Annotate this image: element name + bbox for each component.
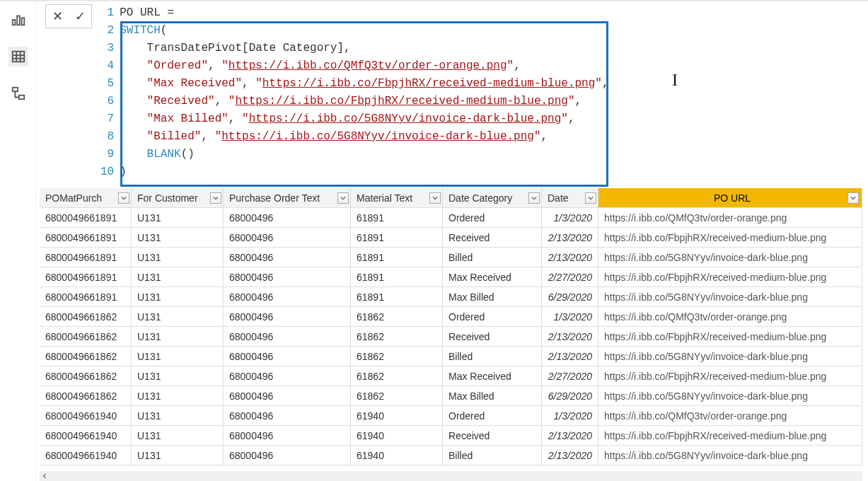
table-cell[interactable]: U131 [132, 248, 224, 267]
code-line[interactable]: "Ordered", "https://i.ibb.co/QMfQ3tv/ord… [120, 57, 608, 75]
table-cell[interactable]: 6/29/2020 [542, 386, 598, 405]
table-cell[interactable]: U131 [132, 267, 224, 286]
table-cell[interactable]: 68000496 [224, 267, 351, 286]
table-cell[interactable]: 68000496 [224, 307, 351, 326]
table-cell[interactable]: U131 [132, 208, 224, 227]
table-cell[interactable]: Ordered [443, 307, 542, 326]
scroll-left-arrow-icon[interactable] [40, 471, 50, 481]
table-cell[interactable]: 1/3/2020 [542, 406, 598, 425]
table-cell[interactable]: https://i.ibb.co/5G8NYyv/invoice-dark-bl… [598, 386, 862, 405]
table-cell[interactable]: Billed [443, 446, 542, 465]
table-cell[interactable]: https://i.ibb.co/5G8NYyv/invoice-dark-bl… [598, 446, 862, 465]
table-cell[interactable]: 6/29/2020 [542, 287, 598, 306]
table-row[interactable]: 6800049661940U1316800049661940Ordered1/3… [40, 406, 862, 426]
table-cell[interactable]: https://i.ibb.co/5G8NYyv/invoice-dark-bl… [598, 248, 862, 267]
table-cell[interactable]: Received [443, 327, 542, 346]
table-cell[interactable]: 6800049661891 [40, 208, 132, 227]
table-cell[interactable]: 61940 [351, 446, 443, 465]
table-cell[interactable]: 68000496 [224, 228, 351, 247]
table-row[interactable]: 6800049661862U1316800049661862Ordered1/3… [40, 307, 862, 327]
table-cell[interactable]: 2/13/2020 [542, 327, 598, 346]
code-line[interactable]: "Max Received", "https://i.ibb.co/FbpjhR… [120, 75, 608, 93]
table-cell[interactable]: Max Billed [443, 386, 542, 405]
table-cell[interactable]: 68000496 [224, 366, 351, 386]
table-cell[interactable]: 61862 [351, 307, 443, 326]
table-cell[interactable]: Ordered [443, 406, 542, 425]
code-line[interactable]: BLANK() [120, 146, 608, 163]
table-cell[interactable]: 6800049661862 [40, 307, 132, 326]
table-cell[interactable]: Max Billed [443, 287, 542, 306]
table-cell[interactable]: 61862 [351, 327, 443, 346]
table-cell[interactable]: https://i.ibb.co/FbpjhRX/received-medium… [598, 327, 862, 346]
table-cell[interactable]: https://i.ibb.co/FbpjhRX/received-medium… [598, 426, 862, 445]
table-cell[interactable]: 6800049661940 [40, 446, 132, 465]
column-header[interactable]: Date Category [443, 188, 542, 207]
table-cell[interactable]: U131 [132, 446, 224, 465]
code-line[interactable]: "Max Billed", "https://i.ibb.co/5G8NYyv/… [120, 110, 608, 128]
table-cell[interactable]: 68000496 [224, 426, 351, 445]
table-cell[interactable]: 68000496 [224, 327, 351, 346]
table-cell[interactable]: 1/3/2020 [542, 307, 598, 326]
column-filter-dropdown-icon[interactable] [847, 192, 859, 204]
table-row[interactable]: 6800049661891U1316800049661891Billed2/13… [40, 248, 862, 267]
model-view-icon[interactable] [8, 83, 28, 103]
table-row[interactable]: 6800049661940U1316800049661940Received2/… [40, 426, 862, 446]
table-cell[interactable]: 68000496 [224, 208, 351, 227]
table-cell[interactable]: Billed [443, 248, 542, 267]
table-row[interactable]: 6800049661940U1316800049661940Billed2/13… [40, 446, 862, 465]
table-cell[interactable]: 68000496 [224, 248, 351, 267]
report-view-icon[interactable] [8, 10, 28, 30]
table-cell[interactable]: 2/13/2020 [542, 446, 598, 465]
column-header[interactable]: For Customer [132, 188, 224, 207]
table-cell[interactable]: 2/27/2020 [542, 267, 598, 286]
column-header[interactable]: PO URL [598, 188, 862, 207]
table-cell[interactable]: 61891 [351, 208, 443, 227]
table-cell[interactable]: 2/13/2020 [542, 248, 598, 267]
table-cell[interactable]: 6800049661862 [40, 386, 132, 405]
table-cell[interactable]: https://i.ibb.co/FbpjhRX/received-medium… [598, 228, 862, 247]
table-cell[interactable]: U131 [132, 307, 224, 326]
table-cell[interactable]: Ordered [443, 208, 542, 227]
column-header[interactable]: POMatPurch [40, 188, 132, 207]
table-cell[interactable]: 61891 [351, 287, 443, 306]
table-cell[interactable]: Received [443, 426, 542, 445]
table-cell[interactable]: Billed [443, 347, 542, 366]
data-view-icon[interactable] [8, 47, 28, 66]
table-cell[interactable]: 2/13/2020 [542, 228, 598, 247]
table-cell[interactable]: 2/13/2020 [542, 426, 598, 445]
table-cell[interactable]: Received [443, 228, 542, 247]
commit-formula-button[interactable]: ✓ [70, 6, 90, 26]
dax-editor[interactable]: 12345678910 PO URL = SWITCH( TransDatePi… [100, 4, 868, 181]
table-cell[interactable]: U131 [132, 228, 224, 247]
column-filter-dropdown-icon[interactable] [118, 192, 129, 204]
table-cell[interactable]: 6800049661862 [40, 347, 132, 366]
table-row[interactable]: 6800049661891U1316800049661891Max Billed… [40, 287, 862, 307]
table-cell[interactable]: 2/13/2020 [542, 347, 598, 366]
table-cell[interactable]: 1/3/2020 [542, 208, 598, 227]
table-cell[interactable]: 61940 [351, 426, 443, 445]
table-cell[interactable]: 68000496 [224, 446, 351, 465]
table-cell[interactable]: U131 [132, 347, 224, 366]
table-row[interactable]: 6800049661891U1316800049661891Received2/… [40, 228, 862, 248]
table-cell[interactable]: U131 [132, 386, 224, 405]
table-row[interactable]: 6800049661862U1316800049661862Max Billed… [40, 386, 862, 406]
table-cell[interactable]: U131 [132, 426, 224, 445]
code-line[interactable]: "Received", "https://i.ibb.co/FbpjhRX/re… [120, 93, 608, 110]
table-cell[interactable]: U131 [132, 406, 224, 425]
table-cell[interactable]: 6800049661862 [40, 327, 132, 346]
table-cell[interactable]: 6800049661862 [40, 366, 132, 386]
table-cell[interactable]: 68000496 [224, 386, 351, 405]
table-cell[interactable]: https://i.ibb.co/QMfQ3tv/order-orange.pn… [598, 406, 862, 425]
table-cell[interactable]: 61891 [351, 248, 443, 267]
table-cell[interactable]: 6800049661940 [40, 426, 132, 445]
table-cell[interactable]: 61862 [351, 347, 443, 366]
table-cell[interactable]: https://i.ibb.co/FbpjhRX/received-medium… [598, 366, 862, 386]
column-filter-dropdown-icon[interactable] [337, 192, 349, 204]
table-cell[interactable]: https://i.ibb.co/QMfQ3tv/order-orange.pn… [598, 307, 862, 326]
table-row[interactable]: 6800049661891U1316800049661891Ordered1/3… [40, 208, 862, 228]
table-cell[interactable]: 2/27/2020 [542, 366, 598, 386]
table-cell[interactable]: https://i.ibb.co/5G8NYyv/invoice-dark-bl… [598, 347, 862, 366]
table-cell[interactable]: U131 [132, 287, 224, 306]
table-cell[interactable]: Max Received [443, 366, 542, 386]
table-cell[interactable]: https://i.ibb.co/FbpjhRX/received-medium… [598, 267, 862, 286]
